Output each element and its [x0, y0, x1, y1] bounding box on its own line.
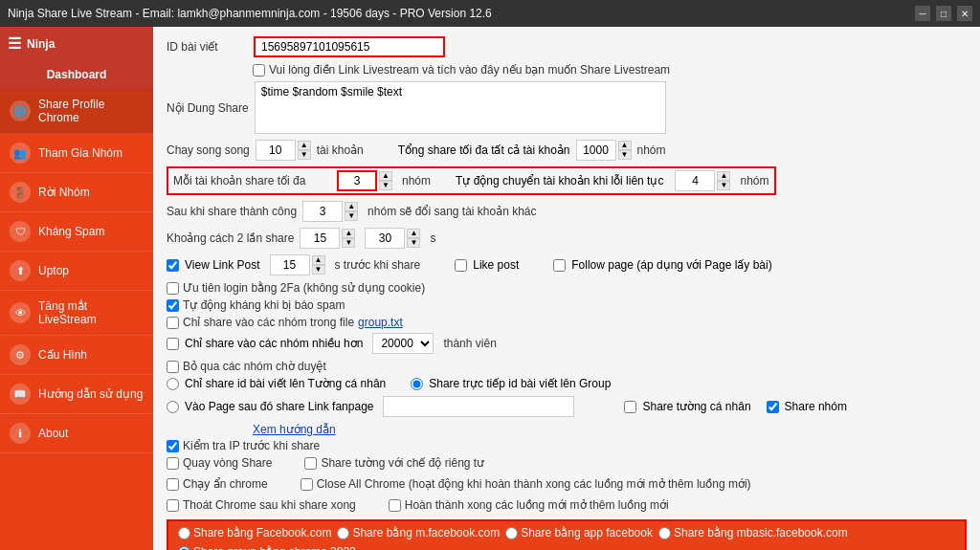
- tu-dong-up[interactable]: ▲: [717, 171, 730, 181]
- khoang-cach-up2[interactable]: ▲: [407, 229, 420, 238]
- view-link-unit: s trước khi share: [335, 258, 421, 272]
- sidebar-item-uptop[interactable]: ⬆ Uptop: [0, 252, 153, 291]
- chay-an-chrome-label: Chạy ẩn chrome: [183, 477, 268, 491]
- chi-share-nhieu-hon-select[interactable]: 20000: [372, 333, 434, 354]
- view-link-up[interactable]: ▲: [312, 255, 325, 265]
- khoang-cach-btns1: ▲ ▼: [342, 229, 355, 248]
- checkbox-hoan-thanh[interactable]: [389, 499, 401, 512]
- titlebar-title: Ninja Share Live Stream - Email: lamkh@p…: [8, 7, 492, 20]
- share-id-row: Chỉ share id bài viết lên Tường cá nhân …: [167, 377, 967, 390]
- checkbox-livestream[interactable]: [253, 64, 265, 77]
- checkbox-uu-tien[interactable]: [167, 282, 179, 295]
- checkbox-share-tuong-che-do[interactable]: [304, 457, 317, 470]
- content-area: ID bài viết Vui lòng điền Link Livestrea…: [153, 27, 980, 550]
- radio-mbasic[interactable]: [658, 527, 671, 539]
- checkbox-close-all-chrome[interactable]: [301, 478, 313, 491]
- xem-huong-dan-link[interactable]: Xem hướng dẫn: [253, 423, 336, 436]
- checkbox-like-post[interactable]: [455, 259, 467, 272]
- tu-dong-down[interactable]: ▼: [717, 181, 730, 190]
- sidebar-item-uptop-label: Uptop: [38, 264, 69, 277]
- radio-facebook[interactable]: [178, 527, 190, 539]
- share-tuong-che-do-row: Share tường với chế độ riêng tư: [304, 456, 484, 470]
- khoang-cach-down2[interactable]: ▼: [407, 238, 420, 248]
- checkbox-kiem-tra-ip[interactable]: [167, 440, 179, 452]
- radio-m-facebook[interactable]: [337, 527, 349, 539]
- noi-dung-label: Nội Dung Share: [167, 101, 249, 115]
- checkbox-thoat-chrome[interactable]: [167, 499, 179, 512]
- minimize-button[interactable]: ─: [915, 6, 930, 21]
- khoang-cach-input1[interactable]: [300, 228, 340, 249]
- bo-qua-label: Bỏ qua các nhóm chờ duyệt: [183, 360, 326, 373]
- view-link-spinner: ▲ ▼: [270, 254, 325, 275]
- radio-label-app-facebook[interactable]: Share bằng app facebook: [505, 526, 653, 539]
- checkbox-quay-vong[interactable]: [167, 457, 179, 470]
- view-link-input[interactable]: [270, 254, 310, 275]
- checkbox-share-nhom[interactable]: [767, 401, 779, 413]
- close-button[interactable]: ✕: [957, 6, 972, 21]
- checkbox-chi-share-nhieu[interactable]: [167, 338, 179, 350]
- thanh-vien-label: thành viên: [443, 337, 496, 350]
- kiem-tra-ip-row: Kiểm tra IP trước khi share: [167, 439, 967, 452]
- radio-label-m-facebook[interactable]: Share bằng m.facebook.com: [337, 526, 500, 539]
- radio-label-facebook[interactable]: Share bằng Facebook.com: [178, 526, 331, 539]
- chay-song-song-down[interactable]: ▼: [298, 150, 311, 160]
- checkbox-share-tuong[interactable]: [624, 401, 636, 413]
- sidebar-item-tang-mat[interactable]: 👁 Tăng mắt LiveStream: [0, 291, 153, 336]
- checkbox-chi-share-file[interactable]: [167, 317, 179, 329]
- options-row3: Thoát Chrome sau khi share xong Hoàn thà…: [167, 498, 967, 516]
- checkbox-tu-dong-khang[interactable]: [167, 299, 179, 312]
- sidebar-item-cau-hinh[interactable]: ⚙ Cấu Hình: [0, 336, 153, 375]
- sidebar-item-huong-dan[interactable]: 📖 Hướng dẫn sử dụng: [0, 375, 153, 414]
- group-file-link[interactable]: group.txt: [358, 316, 403, 329]
- sau-khi-up[interactable]: ▲: [345, 202, 358, 211]
- sidebar-item-about[interactable]: ℹ About: [0, 414, 153, 453]
- moi-tai-khoan-down[interactable]: ▼: [379, 181, 392, 190]
- noi-dung-textarea[interactable]: $time $random $smile $text: [255, 81, 666, 134]
- sidebar-item-tham-gia-nhom[interactable]: 👥 Tham Gia Nhóm: [0, 134, 153, 173]
- options-row2: Chạy ẩn chrome Close All Chrome (hoạt độ…: [167, 477, 967, 495]
- tong-share-input[interactable]: [576, 140, 616, 161]
- checkbox-bo-qua[interactable]: [167, 361, 179, 373]
- hamburger-icon[interactable]: ☰: [8, 34, 21, 53]
- radio-vao-page[interactable]: [167, 401, 179, 413]
- maximize-button[interactable]: □: [936, 6, 951, 21]
- radio-share-truc-tiep[interactable]: [411, 378, 423, 390]
- kiem-tra-ip-label: Kiểm tra IP trước khi share: [183, 439, 320, 452]
- titlebar-controls: ─ □ ✕: [915, 6, 972, 21]
- checkbox-livestream-label: Vui lòng điền Link Livestream và tích và…: [269, 63, 670, 77]
- khoang-cach-down1[interactable]: ▼: [342, 238, 355, 248]
- chay-song-song-up[interactable]: ▲: [298, 141, 311, 150]
- moi-tai-khoan-input[interactable]: [337, 170, 377, 191]
- view-link-down[interactable]: ▼: [312, 265, 325, 275]
- tu-dong-input[interactable]: [675, 170, 715, 191]
- checkbox-livestream-row: Vui lòng điền Link Livestream và tích và…: [253, 63, 967, 77]
- vao-page-input[interactable]: [383, 396, 574, 417]
- checkbox-view-link[interactable]: [167, 259, 179, 272]
- chay-song-song-input[interactable]: [256, 140, 296, 161]
- chay-song-song-btns: ▲ ▼: [298, 141, 311, 160]
- tong-share-down[interactable]: ▼: [618, 150, 632, 160]
- close-all-chrome-row: Close All Chrome (hoạt động khi hoàn thà…: [301, 477, 751, 491]
- sidebar-item-share-profile[interactable]: 🌐 Share Profile Chrome: [0, 89, 153, 134]
- chi-share-file-row: Chỉ share vào các nhóm trong file group.…: [167, 316, 967, 329]
- sidebar-item-dashboard[interactable]: Dashboard: [0, 60, 153, 89]
- radio-app-facebook[interactable]: [505, 527, 518, 539]
- id-input[interactable]: [254, 36, 445, 57]
- tong-share-up[interactable]: ▲: [618, 141, 632, 150]
- vao-page-row: Vào Page sau đó share Link fanpage Share…: [167, 396, 967, 417]
- radio-group-chrome[interactable]: [178, 546, 190, 551]
- khoang-cach-input2[interactable]: [365, 228, 405, 249]
- id-label: ID bài viết: [167, 40, 248, 54]
- sau-khi-input[interactable]: [302, 201, 343, 222]
- checkbox-follow-page[interactable]: [553, 259, 566, 272]
- radio-chi-share-id[interactable]: [167, 378, 179, 390]
- radio-label-group-chrome[interactable]: Share group bằng chrome 2022: [178, 545, 356, 550]
- sidebar-item-khang-spam[interactable]: 🛡 Kháng Spam: [0, 212, 153, 252]
- radio-label-mbasic[interactable]: Share bằng mbasic.facebook.com: [658, 526, 848, 539]
- khoang-cach-up1[interactable]: ▲: [342, 229, 355, 238]
- thoat-chrome-label: Thoát Chrome sau khi share xong: [183, 498, 356, 512]
- sau-khi-down[interactable]: ▼: [345, 211, 358, 221]
- moi-tai-khoan-up[interactable]: ▲: [379, 171, 392, 181]
- sidebar-item-roi-nhom[interactable]: 🚪 Rời Nhóm: [0, 173, 153, 212]
- checkbox-chay-an-chrome[interactable]: [167, 478, 179, 491]
